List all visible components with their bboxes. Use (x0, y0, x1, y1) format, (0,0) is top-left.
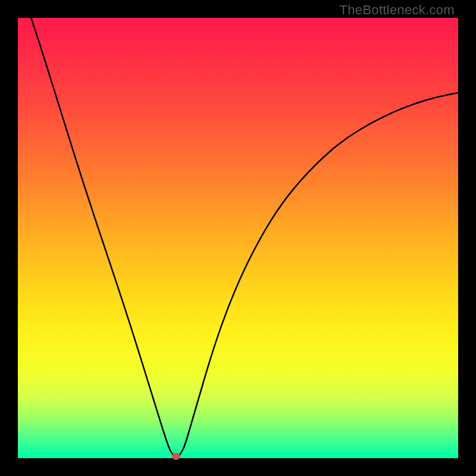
plot-area (18, 18, 458, 458)
chart-frame: TheBottleneck.com (0, 0, 476, 476)
bottleneck-curve (18, 18, 458, 458)
curve-path (31, 18, 458, 457)
watermark-text: TheBottleneck.com (340, 2, 455, 18)
optimum-marker (172, 453, 180, 460)
